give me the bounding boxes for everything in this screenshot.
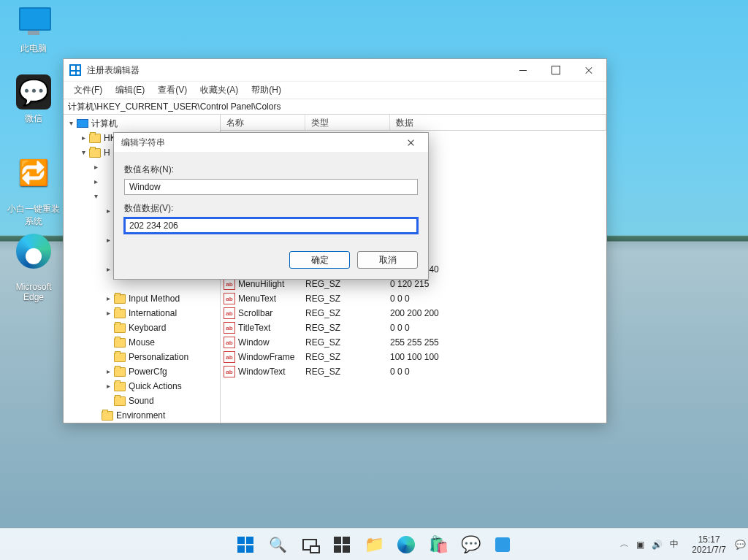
folder-icon [102, 411, 113, 421]
col-name[interactable]: 名称 [221, 115, 305, 130]
desktop-icon-this-pc[interactable]: 此电脑 [6, 4, 61, 55]
tree-item[interactable]: International [129, 306, 177, 321]
expand-toggle[interactable] [79, 134, 88, 142]
svg-rect-3 [246, 545, 253, 553]
microsoft-store[interactable]: 🛍️ [424, 530, 453, 559]
list-row[interactable]: MenuTextREG_SZ0 0 0 [221, 291, 606, 306]
tree-item[interactable]: Personalization [129, 350, 188, 364]
dialog-title: 编辑字符串 [121, 137, 165, 149]
string-value-icon [224, 293, 235, 304]
taskbar-clock[interactable]: 15:17 2021/7/7 [687, 534, 730, 555]
tray-chevron-icon[interactable]: ︿ [620, 538, 629, 551]
string-value-icon [224, 366, 235, 377]
menu-edit[interactable]: 编辑(E) [110, 83, 150, 98]
expand-toggle[interactable] [104, 367, 112, 376]
taskbar: 🔍 📁 🛍️ 💬 ︿ ▣ 🔊 中 15:17 2021/7/7 💬 [0, 528, 748, 560]
address-bar[interactable]: 计算机\HKEY_CURRENT_USER\Control Panel\Colo… [64, 99, 606, 115]
tree-item-environment[interactable]: Environment [116, 408, 165, 423]
volume-icon[interactable]: 🔊 [652, 540, 663, 550]
expand-toggle[interactable] [104, 265, 112, 274]
taskbar-wechat[interactable]: 💬 [456, 530, 485, 559]
network-icon[interactable]: ▣ [636, 540, 644, 550]
desktop-icon-edge[interactable]: Microsoft Edge [6, 223, 61, 312]
value-name-label: 数值名称(N): [124, 164, 418, 176]
tree-item[interactable]: Input Method [129, 291, 180, 306]
clock-time: 15:17 [692, 534, 726, 545]
folder-icon [114, 367, 126, 377]
string-value-icon [224, 278, 235, 290]
address-text: 计算机\HKEY_CURRENT_USER\Control Panel\Colo… [68, 101, 280, 113]
expand-toggle[interactable] [91, 163, 100, 172]
dialog-close-button[interactable] [396, 134, 425, 151]
desktop-icon-label: 微信 [6, 112, 61, 125]
start-button[interactable] [231, 530, 260, 559]
col-data[interactable]: 数据 [390, 115, 606, 130]
regedit-icon [69, 64, 81, 76]
folder-icon [89, 134, 101, 143]
titlebar[interactable]: 注册表编辑器 [64, 59, 606, 81]
tree-root[interactable]: 计算机 [91, 116, 118, 131]
menubar: 文件(F) 编辑(E) 查看(V) 收藏夹(A) 帮助(H) [64, 81, 606, 99]
cancel-button[interactable]: 取消 [357, 251, 418, 269]
system-tray: ︿ ▣ 🔊 中 15:17 2021/7/7 💬 [616, 534, 744, 555]
monitor-icon [16, 4, 51, 39]
desktop-icon-wechat[interactable]: 微信 [6, 74, 61, 125]
list-row[interactable]: TitleTextREG_SZ0 0 0 [221, 321, 606, 335]
window-title: 注册表编辑器 [87, 64, 140, 77]
svg-rect-1 [246, 537, 253, 544]
folder-icon [114, 294, 126, 304]
value-data-field[interactable] [124, 218, 418, 234]
expand-toggle[interactable] [91, 192, 100, 201]
menu-view[interactable]: 查看(V) [152, 83, 193, 98]
ime-indicator[interactable]: 中 [670, 538, 679, 551]
expand-toggle[interactable] [104, 382, 112, 391]
value-name-field[interactable] [124, 179, 418, 195]
string-value-icon [224, 307, 235, 319]
expand-toggle[interactable] [104, 309, 112, 318]
ok-button[interactable]: 确定 [289, 251, 350, 269]
taskbar-app[interactable] [488, 530, 517, 559]
menu-favorites[interactable]: 收藏夹(A) [194, 83, 244, 98]
expand-toggle[interactable] [104, 207, 112, 215]
dialog-titlebar[interactable]: 编辑字符串 [114, 133, 428, 152]
folder-icon [114, 382, 126, 391]
wechat-icon [16, 74, 51, 110]
expand-toggle[interactable] [104, 294, 112, 303]
minimize-button[interactable] [506, 59, 539, 81]
expand-toggle[interactable] [104, 236, 112, 245]
maximize-button[interactable] [539, 59, 572, 81]
desktop-icon-label: 此电脑 [6, 42, 61, 55]
menu-file[interactable]: 文件(F) [68, 83, 108, 98]
clock-date: 2021/7/7 [692, 545, 726, 555]
tree-item[interactable]: Quick Actions [129, 379, 182, 394]
list-row[interactable]: WindowREG_SZ255 255 255 [221, 335, 606, 350]
edge-icon [16, 234, 51, 269]
notifications-icon[interactable]: 💬 [735, 540, 744, 550]
folder-icon [114, 338, 126, 348]
expand-toggle[interactable] [79, 148, 88, 157]
tree-item[interactable]: Keyboard [129, 321, 166, 335]
list-row[interactable]: WindowTextREG_SZ0 0 0 [221, 364, 606, 379]
folder-icon [114, 353, 126, 362]
folder-icon [114, 309, 126, 318]
folder-icon [114, 396, 126, 406]
tree-item[interactable]: PowerCfg [129, 364, 167, 379]
tree-item[interactable]: Mouse [129, 335, 155, 350]
list-row[interactable]: ScrollbarREG_SZ200 200 200 [221, 306, 606, 321]
file-explorer[interactable]: 📁 [359, 530, 389, 559]
expand-toggle[interactable] [66, 119, 75, 128]
folder-icon [89, 148, 101, 158]
taskbar-edge[interactable] [392, 530, 421, 559]
taskbar-search[interactable]: 🔍 [263, 530, 292, 559]
tree-item[interactable]: Sound [129, 394, 154, 408]
list-row[interactable]: WindowFrameREG_SZ100 100 100 [221, 350, 606, 364]
string-value-icon [224, 337, 235, 348]
task-view[interactable] [295, 530, 324, 559]
tree-item-hkcu[interactable]: H [104, 145, 110, 160]
close-button[interactable] [572, 59, 605, 81]
col-type[interactable]: 类型 [305, 115, 390, 130]
widgets[interactable] [327, 530, 356, 559]
svg-rect-2 [237, 545, 245, 553]
menu-help[interactable]: 帮助(H) [245, 83, 287, 98]
expand-toggle[interactable] [91, 177, 100, 186]
